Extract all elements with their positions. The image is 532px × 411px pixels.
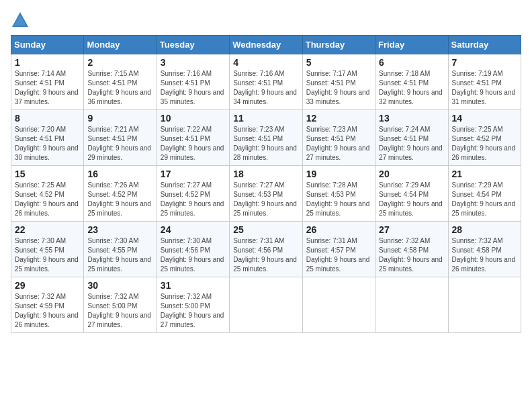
logo [11,11,32,30]
calendar-header-row: SundayMondayTuesdayWednesdayThursdayFrid… [11,36,521,54]
header [11,11,521,30]
day-number: 13 [379,113,444,124]
day-number: 11 [233,113,298,124]
day-info: Sunrise: 7:27 AM Sunset: 4:52 PM Dayligh… [161,181,224,217]
calendar-day-24: 24 Sunrise: 7:30 AM Sunset: 4:56 PM Dayl… [157,222,229,277]
day-number: 15 [15,169,80,179]
day-number: 18 [233,169,298,179]
day-info: Sunrise: 7:32 AM Sunset: 5:00 PM Dayligh… [87,293,151,328]
day-number: 10 [161,113,226,124]
day-number: 12 [306,113,371,124]
day-number: 8 [15,113,80,124]
calendar-day-10: 10 Sunrise: 7:22 AM Sunset: 4:51 PM Dayl… [157,110,229,166]
calendar-day-27: 27 Sunrise: 7:32 AM Sunset: 4:58 PM Dayl… [375,222,448,277]
day-info: Sunrise: 7:32 AM Sunset: 5:00 PM Dayligh… [161,293,224,328]
calendar-day-8: 8 Sunrise: 7:20 AM Sunset: 4:51 PM Dayli… [11,110,84,166]
calendar-day-14: 14 Sunrise: 7:25 AM Sunset: 4:52 PM Dayl… [448,110,521,166]
day-info: Sunrise: 7:30 AM Sunset: 4:55 PM Dayligh… [15,237,79,273]
calendar-day-20: 20 Sunrise: 7:29 AM Sunset: 4:54 PM Dayl… [375,166,448,222]
calendar-day-11: 11 Sunrise: 7:23 AM Sunset: 4:51 PM Dayl… [230,110,302,166]
day-number: 1 [15,57,80,68]
day-info: Sunrise: 7:23 AM Sunset: 4:51 PM Dayligh… [233,126,297,161]
day-info: Sunrise: 7:32 AM Sunset: 4:58 PM Dayligh… [452,237,516,273]
day-info: Sunrise: 7:32 AM Sunset: 4:58 PM Dayligh… [379,237,443,273]
day-info: Sunrise: 7:22 AM Sunset: 4:51 PM Dayligh… [161,126,224,161]
day-number: 27 [379,224,444,235]
day-number: 21 [452,169,517,179]
day-info: Sunrise: 7:26 AM Sunset: 4:52 PM Dayligh… [87,181,151,217]
calendar-day-13: 13 Sunrise: 7:24 AM Sunset: 4:51 PM Dayl… [375,110,448,166]
calendar-day-5: 5 Sunrise: 7:17 AM Sunset: 4:51 PM Dayli… [302,54,375,110]
day-number: 3 [161,57,226,68]
calendar-day-7: 7 Sunrise: 7:19 AM Sunset: 4:51 PM Dayli… [448,54,521,110]
calendar-header-tuesday: Tuesday [157,36,229,54]
day-number: 9 [87,113,152,124]
calendar-day-26: 26 Sunrise: 7:31 AM Sunset: 4:57 PM Dayl… [302,222,375,277]
day-info: Sunrise: 7:24 AM Sunset: 4:51 PM Dayligh… [379,126,443,161]
day-number: 5 [306,57,371,68]
day-info: Sunrise: 7:20 AM Sunset: 4:51 PM Dayligh… [15,126,79,161]
day-number: 17 [161,169,226,179]
calendar-week-4: 22 Sunrise: 7:30 AM Sunset: 4:55 PM Dayl… [11,222,521,277]
calendar-day-25: 25 Sunrise: 7:31 AM Sunset: 4:56 PM Dayl… [230,222,302,277]
day-number: 20 [379,169,444,179]
calendar-header-sunday: Sunday [11,36,84,54]
calendar-day-30: 30 Sunrise: 7:32 AM Sunset: 5:00 PM Dayl… [84,277,157,333]
calendar-day-1: 1 Sunrise: 7:14 AM Sunset: 4:51 PM Dayli… [11,54,84,110]
calendar-day-3: 3 Sunrise: 7:16 AM Sunset: 4:51 PM Dayli… [157,54,229,110]
calendar-day-23: 23 Sunrise: 7:30 AM Sunset: 4:55 PM Dayl… [84,222,157,277]
calendar-day-6: 6 Sunrise: 7:18 AM Sunset: 4:51 PM Dayli… [375,54,448,110]
calendar-header-wednesday: Wednesday [230,36,302,54]
day-info: Sunrise: 7:16 AM Sunset: 4:51 PM Dayligh… [161,70,224,105]
day-info: Sunrise: 7:29 AM Sunset: 4:54 PM Dayligh… [452,181,516,217]
calendar-header-thursday: Thursday [302,36,375,54]
empty-cell [230,277,302,333]
empty-cell [302,277,375,333]
day-number: 29 [15,280,80,291]
day-info: Sunrise: 7:29 AM Sunset: 4:54 PM Dayligh… [379,181,443,217]
day-info: Sunrise: 7:18 AM Sunset: 4:51 PM Dayligh… [379,70,443,105]
day-info: Sunrise: 7:17 AM Sunset: 4:51 PM Dayligh… [306,70,370,105]
day-number: 26 [306,224,371,235]
calendar-day-9: 9 Sunrise: 7:21 AM Sunset: 4:51 PM Dayli… [84,110,157,166]
calendar-day-28: 28 Sunrise: 7:32 AM Sunset: 4:58 PM Dayl… [448,222,521,277]
calendar-day-29: 29 Sunrise: 7:32 AM Sunset: 4:59 PM Dayl… [11,277,84,333]
day-info: Sunrise: 7:19 AM Sunset: 4:51 PM Dayligh… [452,70,516,105]
day-info: Sunrise: 7:25 AM Sunset: 4:52 PM Dayligh… [15,181,79,217]
calendar-day-17: 17 Sunrise: 7:27 AM Sunset: 4:52 PM Dayl… [157,166,229,222]
calendar-day-12: 12 Sunrise: 7:23 AM Sunset: 4:51 PM Dayl… [302,110,375,166]
day-info: Sunrise: 7:15 AM Sunset: 4:51 PM Dayligh… [87,70,151,105]
day-info: Sunrise: 7:31 AM Sunset: 4:57 PM Dayligh… [306,237,370,273]
day-number: 24 [161,224,226,235]
day-number: 4 [233,57,298,68]
day-number: 2 [87,57,152,68]
day-info: Sunrise: 7:30 AM Sunset: 4:55 PM Dayligh… [87,237,151,273]
calendar-week-1: 1 Sunrise: 7:14 AM Sunset: 4:51 PM Dayli… [11,54,521,110]
day-number: 28 [452,224,517,235]
calendar-day-15: 15 Sunrise: 7:25 AM Sunset: 4:52 PM Dayl… [11,166,84,222]
day-number: 19 [306,169,371,179]
logo-icon [11,11,30,30]
calendar-day-19: 19 Sunrise: 7:28 AM Sunset: 4:53 PM Dayl… [302,166,375,222]
day-number: 22 [15,224,80,235]
day-info: Sunrise: 7:16 AM Sunset: 4:51 PM Dayligh… [233,70,297,105]
empty-cell [375,277,448,333]
day-info: Sunrise: 7:28 AM Sunset: 4:53 PM Dayligh… [306,181,370,217]
day-info: Sunrise: 7:31 AM Sunset: 4:56 PM Dayligh… [233,237,297,273]
day-number: 25 [233,224,298,235]
day-number: 23 [87,224,152,235]
calendar-header-friday: Friday [375,36,448,54]
calendar-table: SundayMondayTuesdayWednesdayThursdayFrid… [11,35,521,333]
day-info: Sunrise: 7:23 AM Sunset: 4:51 PM Dayligh… [306,126,370,161]
day-number: 7 [452,57,517,68]
calendar-day-21: 21 Sunrise: 7:29 AM Sunset: 4:54 PM Dayl… [448,166,521,222]
day-number: 14 [452,113,517,124]
calendar-day-4: 4 Sunrise: 7:16 AM Sunset: 4:51 PM Dayli… [230,54,302,110]
calendar-day-31: 31 Sunrise: 7:32 AM Sunset: 5:00 PM Dayl… [157,277,229,333]
calendar-day-18: 18 Sunrise: 7:27 AM Sunset: 4:53 PM Dayl… [230,166,302,222]
calendar-week-2: 8 Sunrise: 7:20 AM Sunset: 4:51 PM Dayli… [11,110,521,166]
day-info: Sunrise: 7:30 AM Sunset: 4:56 PM Dayligh… [161,237,224,273]
calendar-header-saturday: Saturday [448,36,521,54]
day-number: 31 [161,280,226,291]
day-info: Sunrise: 7:32 AM Sunset: 4:59 PM Dayligh… [15,293,79,328]
